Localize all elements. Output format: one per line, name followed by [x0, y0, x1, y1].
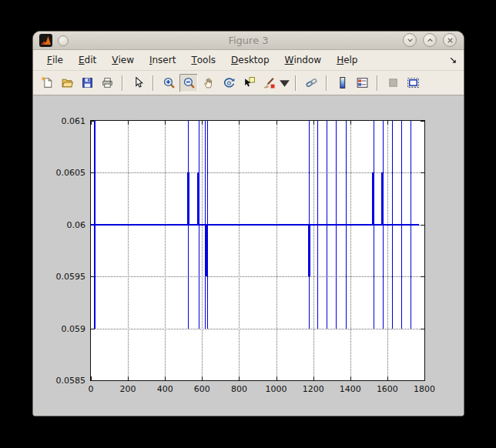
toolbar-zoom-in-button[interactable] — [159, 74, 178, 92]
menu-item-view[interactable]: View — [104, 50, 142, 70]
x-tickmark — [313, 376, 314, 380]
gridline-y-0.059 — [91, 329, 424, 329]
y-tick-label: 0.059 — [62, 323, 86, 333]
toolbar-separator — [326, 75, 327, 91]
menubar: FileEditViewInsertToolsDesktopWindowHelp — [33, 50, 464, 71]
chevron-up-icon — [426, 36, 434, 45]
spike-line — [392, 121, 393, 329]
spike-line — [197, 172, 199, 224]
toolbar-separator — [152, 75, 154, 91]
x-tick-label: 1800 — [414, 384, 435, 394]
x-tickmark — [313, 121, 314, 125]
spike-line — [327, 121, 327, 329]
y-tickmark — [421, 380, 424, 381]
toolbar-insert-legend-button[interactable] — [353, 74, 371, 92]
toolbar-pan-button[interactable] — [199, 74, 218, 92]
menu-item-help[interactable]: Help — [329, 50, 365, 70]
toolbar-link-plot-button[interactable] — [302, 74, 320, 92]
maximize-window-button[interactable] — [423, 33, 437, 47]
dropdown-arrow-icon — [278, 76, 291, 89]
dock-figure-arrow[interactable] — [449, 50, 457, 70]
desktop-background: Figure 3 FileEditViewInsertToolsDesktopW… — [0, 0, 496, 448]
window-menu-button[interactable] — [58, 35, 69, 46]
gridline-x-200 — [128, 121, 129, 380]
x-tick-label: 1000 — [266, 384, 287, 394]
toolbar-separator — [122, 75, 123, 91]
new-figure-icon — [41, 76, 54, 89]
spike-line — [401, 121, 402, 329]
figure-window: Figure 3 FileEditViewInsertToolsDesktopW… — [32, 31, 464, 416]
hand-icon — [203, 76, 216, 89]
zoom-in-icon — [163, 76, 176, 89]
spike-line — [317, 121, 318, 329]
toolbar-zoom-out-button[interactable] — [179, 74, 198, 92]
toolbar-open-file-button[interactable] — [58, 74, 76, 92]
gridline-x-1400 — [350, 121, 351, 380]
menu-item-edit[interactable]: Edit — [71, 50, 104, 70]
toolbar — [33, 71, 464, 95]
toolbar-separator — [377, 75, 378, 91]
menu-item-window[interactable]: Window — [277, 50, 330, 70]
x-tickmark — [239, 121, 240, 125]
y-tickmark — [421, 329, 424, 329]
x-tick-label: 600 — [194, 384, 210, 394]
baseline-series — [91, 224, 419, 226]
x-tickmark — [128, 121, 129, 125]
x-tickmark — [128, 376, 129, 380]
x-tick-label: 200 — [120, 384, 136, 394]
save-icon — [81, 76, 94, 89]
shade-window-button[interactable] — [403, 33, 417, 47]
toolbar-edit-plot-button[interactable] — [129, 74, 147, 92]
colorbar-icon — [336, 76, 349, 89]
legend-icon — [356, 76, 369, 89]
x-tickmark — [276, 376, 277, 380]
gridline-x-1600 — [387, 121, 388, 380]
spike-line — [308, 225, 310, 276]
toolbar-data-cursor-button[interactable] — [240, 74, 258, 92]
y-tickmark — [421, 225, 424, 226]
rotate-icon — [223, 76, 236, 89]
titlebar[interactable]: Figure 3 — [33, 32, 464, 50]
x-tickmark — [350, 376, 351, 380]
link-icon — [305, 76, 318, 89]
open-file-icon — [61, 76, 74, 89]
spike-line — [207, 121, 208, 329]
x-tick-label: 800 — [231, 384, 247, 394]
spike-line — [381, 172, 384, 224]
x-tickmark — [165, 376, 166, 380]
plot-area[interactable]: 0200400600800100012001400160018000.05850… — [90, 120, 425, 381]
y-tick-label: 0.061 — [62, 116, 86, 126]
gridline-y-0.0595 — [91, 276, 424, 277]
menu-item-insert[interactable]: Insert — [142, 50, 183, 70]
toolbar-show-plot-tools-button[interactable] — [404, 74, 422, 92]
data-cursor-icon — [243, 76, 256, 89]
gridline-x-1200 — [313, 121, 314, 380]
gridline-x-400 — [165, 121, 166, 380]
chevron-down-icon — [406, 36, 414, 45]
x-tickmark — [239, 376, 240, 380]
toolbar-brush-dropdown-button[interactable] — [280, 74, 290, 92]
spike-line — [188, 121, 189, 329]
menu-item-desktop[interactable]: Desktop — [223, 50, 277, 70]
menu-item-tools[interactable]: Tools — [183, 50, 223, 70]
y-tick-label: 0.0595 — [56, 272, 86, 282]
toolbar-new-figure-button[interactable] — [38, 74, 56, 92]
toolbar-insert-colorbar-button[interactable] — [333, 74, 351, 92]
x-tick-label: 1600 — [377, 384, 398, 394]
gridline-x-800 — [239, 121, 240, 380]
dock-arrow-icon — [449, 56, 457, 65]
menu-item-file[interactable]: File — [39, 50, 71, 70]
toolbar-brush-data-button[interactable] — [260, 74, 278, 92]
spike-line — [336, 121, 337, 329]
toolbar-save-figure-button[interactable] — [78, 74, 96, 92]
spike-line — [199, 121, 199, 329]
close-window-button[interactable] — [443, 33, 457, 47]
x-tickmark — [387, 121, 388, 125]
close-icon — [446, 36, 454, 45]
toolbar-rotate-3d-button[interactable] — [220, 74, 238, 92]
zoom-out-icon — [183, 76, 196, 89]
x-tick-label: 0 — [89, 384, 94, 394]
toolbar-print-figure-button[interactable] — [98, 74, 116, 92]
show-plot-tools-icon — [407, 76, 420, 89]
y-tick-label: 0.0605 — [56, 168, 86, 178]
